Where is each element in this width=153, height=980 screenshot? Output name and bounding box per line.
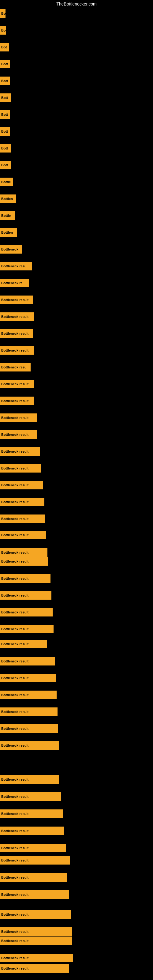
bar-label-36: Bottleneck result — [0, 591, 51, 600]
bar-item-32: Bottleneck result — [0, 531, 46, 539]
bar-label-28: Bottleneck result — [0, 464, 41, 473]
bar-item-13: Bottle — [0, 211, 15, 220]
bar-label-11: Bottle — [0, 178, 13, 186]
bar-item-55: Bottleneck result — [0, 928, 72, 936]
bar-item-40: Bottleneck result — [0, 657, 55, 665]
bar-item-36: Bottleneck result — [0, 591, 51, 600]
bar-label-13: Bottle — [0, 211, 15, 220]
bar-label-39: Bottleneck result — [0, 640, 47, 648]
bar-item-31: Bottleneck result — [0, 514, 45, 523]
bar-label-53: Bottleneck result — [0, 890, 69, 899]
bar-label-17: Bottleneck re — [0, 279, 29, 287]
bar-item-38: Bottleneck result — [0, 625, 54, 633]
bar-label-20: Bottleneck result — [0, 329, 33, 338]
bar-item-2: Bo — [0, 26, 6, 35]
bar-label-51: Bottleneck result — [0, 856, 70, 865]
bar-label-47: Bottleneck result — [0, 792, 61, 801]
bar-label-56: Bottleneck result — [0, 937, 72, 945]
bar-item-45: Bottleneck result — [0, 741, 59, 750]
bar-item-24: Bottleneck result — [0, 396, 34, 405]
bar-item-12: Bottlen — [0, 194, 16, 203]
bar-item-1: Bo — [0, 9, 5, 18]
bar-item-30: Bottleneck result — [0, 498, 45, 506]
bar-item-4: Bott — [0, 60, 10, 68]
bar-label-43: Bottleneck result — [0, 708, 57, 716]
bar-label-50: Bottleneck result — [0, 844, 66, 852]
bar-item-22: Bottleneck resu — [0, 363, 30, 371]
bar-label-10: Bott — [0, 161, 11, 169]
bar-item-18: Bottleneck result — [0, 296, 33, 304]
bar-label-32: Bottleneck result — [0, 531, 46, 539]
bar-item-8: Bott — [0, 127, 10, 136]
bar-item-34: Bottleneck result — [0, 557, 48, 566]
bar-item-58: Bottleneck result — [0, 964, 69, 973]
bar-label-33: Bottleneck result — [0, 548, 48, 557]
bar-item-6: Bott — [0, 94, 11, 102]
bar-label-19: Bottleneck result — [0, 312, 34, 321]
bar-item-29: Bottleneck result — [0, 481, 43, 489]
bar-label-48: Bottleneck result — [0, 810, 63, 818]
bar-item-17: Bottleneck re — [0, 279, 29, 287]
bar-item-9: Bott — [0, 144, 11, 153]
bar-item-37: Bottleneck result — [0, 608, 53, 616]
bar-label-7: Bott — [0, 110, 10, 119]
bar-label-26: Bottleneck result — [0, 430, 37, 439]
bar-item-21: Bottleneck result — [0, 346, 34, 355]
bar-label-6: Bott — [0, 94, 11, 102]
bar-label-8: Bott — [0, 127, 10, 136]
bar-item-28: Bottleneck result — [0, 464, 41, 473]
bar-item-48: Bottleneck result — [0, 810, 63, 818]
bar-label-37: Bottleneck result — [0, 608, 53, 616]
bar-item-16: Bottleneck resu — [0, 262, 32, 270]
bar-item-50: Bottleneck result — [0, 844, 66, 852]
bar-item-41: Bottleneck result — [0, 674, 56, 682]
bar-label-35: Bottleneck result — [0, 574, 51, 583]
bar-item-15: Bottleneck — [0, 245, 22, 254]
bar-label-25: Bottleneck result — [0, 414, 37, 422]
bar-label-46: Bottleneck result — [0, 775, 59, 784]
bar-label-57: Bottleneck result — [0, 954, 73, 962]
bar-item-5: Bott — [0, 76, 10, 85]
bar-label-52: Bottleneck result — [0, 873, 67, 882]
bar-label-9: Bott — [0, 144, 11, 153]
bar-label-12: Bottlen — [0, 194, 16, 203]
bar-item-39: Bottleneck result — [0, 640, 47, 648]
bar-item-44: Bottleneck result — [0, 724, 58, 733]
bar-label-27: Bottleneck result — [0, 447, 40, 456]
bar-label-2: Bo — [0, 26, 6, 35]
bar-item-7: Bott — [0, 110, 10, 119]
bar-label-42: Bottleneck result — [0, 690, 57, 699]
bar-item-54: Bottleneck result — [0, 910, 71, 919]
bar-item-3: Bot — [0, 43, 9, 51]
bar-label-45: Bottleneck result — [0, 741, 59, 750]
bar-item-26: Bottleneck result — [0, 430, 37, 439]
bar-label-55: Bottleneck result — [0, 928, 72, 936]
bar-item-27: Bottleneck result — [0, 447, 40, 456]
bar-label-4: Bott — [0, 60, 10, 68]
bar-label-54: Bottleneck result — [0, 910, 71, 919]
bar-item-10: Bott — [0, 161, 11, 169]
bar-label-38: Bottleneck result — [0, 625, 54, 633]
bar-label-15: Bottleneck — [0, 245, 22, 254]
bar-label-41: Bottleneck result — [0, 674, 56, 682]
bar-item-25: Bottleneck result — [0, 414, 37, 422]
bar-item-14: Bottlen — [0, 228, 17, 237]
bar-item-49: Bottleneck result — [0, 827, 64, 835]
bar-label-5: Bott — [0, 76, 10, 85]
bar-label-44: Bottleneck result — [0, 724, 58, 733]
bar-label-18: Bottleneck result — [0, 296, 33, 304]
bar-label-40: Bottleneck result — [0, 657, 55, 665]
bar-label-31: Bottleneck result — [0, 514, 45, 523]
bar-item-23: Bottleneck result — [0, 380, 34, 388]
bar-label-22: Bottleneck resu — [0, 363, 30, 371]
bar-item-19: Bottleneck result — [0, 312, 34, 321]
bar-label-24: Bottleneck result — [0, 396, 34, 405]
bar-item-46: Bottleneck result — [0, 775, 59, 784]
bar-label-23: Bottleneck result — [0, 380, 34, 388]
bar-label-34: Bottleneck result — [0, 557, 48, 566]
bar-label-14: Bottlen — [0, 228, 17, 237]
bar-label-30: Bottleneck result — [0, 498, 45, 506]
bar-label-16: Bottleneck resu — [0, 262, 32, 270]
bar-item-51: Bottleneck result — [0, 856, 70, 865]
bar-item-47: Bottleneck result — [0, 792, 61, 801]
